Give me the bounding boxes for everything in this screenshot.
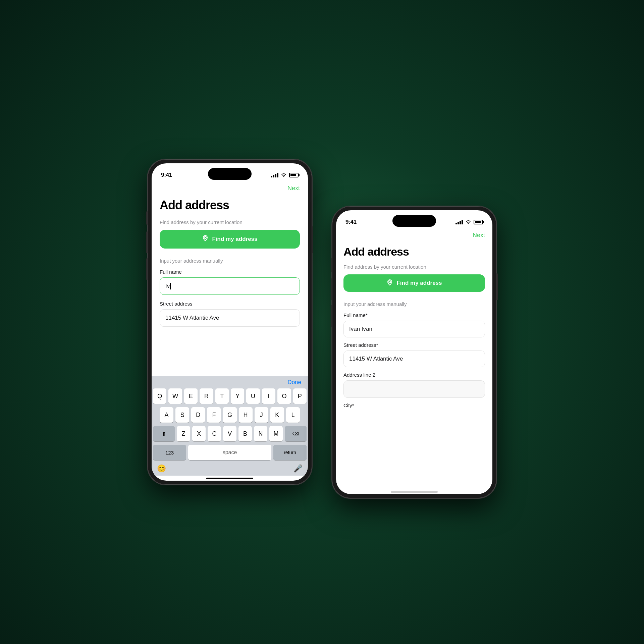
space-key[interactable]: space: [188, 445, 271, 460]
key-y[interactable]: Y: [231, 388, 244, 404]
phone-left: 9:41: [148, 159, 312, 485]
key-x[interactable]: X: [192, 426, 206, 441]
find-address-btn-text-right: Find my address: [396, 280, 442, 286]
key-s[interactable]: S: [175, 407, 189, 423]
key-h[interactable]: H: [239, 407, 253, 423]
key-v[interactable]: V: [223, 426, 236, 441]
home-indicator-left: [206, 478, 253, 479]
key-b[interactable]: B: [238, 426, 252, 441]
street-value-right: 11415 W Atlantic Ave: [349, 356, 403, 362]
volume-down-button-right[interactable]: [331, 278, 332, 300]
power-button-right[interactable]: [496, 273, 498, 300]
keyboard-left: Done Q W E R T Y U I O P A S D: [152, 376, 308, 476]
key-e[interactable]: E: [184, 388, 198, 404]
phone-right: 9:41: [332, 206, 496, 498]
manual-label-left: Input your address manually: [160, 258, 300, 264]
battery-icon-left: [289, 173, 299, 177]
return-key[interactable]: return: [273, 445, 307, 460]
time-left: 9:41: [161, 172, 172, 178]
key-q[interactable]: Q: [153, 388, 166, 404]
keyboard-row-1: Q W E R T Y U I O P: [153, 388, 307, 404]
mic-icon[interactable]: 🎤: [293, 464, 303, 473]
full-name-input-right[interactable]: Ivan Ivan: [343, 321, 485, 337]
key-n[interactable]: N: [254, 426, 267, 441]
location-icon-right: [386, 279, 393, 287]
key-f[interactable]: F: [207, 407, 221, 423]
mute-button[interactable]: [146, 258, 148, 280]
status-icons-left: [271, 172, 299, 178]
cursor-left: [170, 283, 171, 289]
find-address-button-left[interactable]: Find my address: [160, 230, 300, 249]
signal-icon-right: [455, 220, 463, 224]
full-name-label-left: Full name: [160, 269, 300, 275]
street-label-left: Street address: [160, 301, 300, 307]
time-right: 9:41: [345, 219, 357, 225]
key-i[interactable]: I: [262, 388, 275, 404]
find-address-button-right[interactable]: Find my address: [343, 274, 485, 292]
keyboard-row-2: A S D F G H J K L: [153, 407, 307, 423]
city-label-right: City*: [343, 402, 485, 408]
backspace-key[interactable]: ⌫: [285, 426, 307, 441]
app-content-right: Next Add address Find address by your cu…: [336, 229, 492, 489]
location-section-label-left: Find address by your current location: [160, 219, 300, 225]
shift-key[interactable]: ⬆: [153, 426, 175, 441]
phone-right-screen: 9:41: [336, 210, 492, 494]
keyboard-top-bar: Done: [153, 379, 307, 388]
key-p[interactable]: P: [293, 388, 307, 404]
key-t[interactable]: T: [215, 388, 229, 404]
dynamic-island-right: [392, 215, 436, 227]
phone-left-screen: 9:41: [152, 163, 308, 481]
full-name-value-right: Ivan Ivan: [349, 326, 372, 332]
key-z[interactable]: Z: [177, 426, 190, 441]
key-l[interactable]: L: [286, 407, 300, 423]
app-content-left: Next Add address Find address by your cu…: [152, 182, 308, 376]
nav-bar-left: Next: [160, 185, 300, 192]
key-o[interactable]: O: [277, 388, 291, 404]
power-button[interactable]: [312, 226, 313, 253]
key-m[interactable]: M: [269, 426, 283, 441]
key-k[interactable]: K: [270, 407, 284, 423]
full-name-label-right: Full name*: [343, 312, 485, 318]
done-button[interactable]: Done: [287, 379, 301, 386]
svg-point-0: [204, 236, 206, 238]
keyboard-row-3: ⬆ Z X C V B N M ⌫: [153, 426, 307, 441]
key-g[interactable]: G: [223, 407, 236, 423]
numbers-key[interactable]: 123: [153, 445, 186, 460]
home-indicator-right: [391, 491, 438, 493]
street-label-right: Street address*: [343, 342, 485, 348]
location-icon-left: [202, 235, 209, 243]
wifi-icon-left: [281, 172, 287, 178]
mute-button-right[interactable]: [331, 305, 332, 327]
nav-bar-right: Next: [343, 232, 485, 239]
volume-down-button[interactable]: [146, 231, 148, 253]
signal-icon-left: [271, 173, 278, 177]
key-j[interactable]: J: [255, 407, 268, 423]
key-r[interactable]: R: [200, 388, 213, 404]
key-c[interactable]: C: [208, 426, 221, 441]
page-title-right: Add address: [343, 246, 485, 258]
keyboard-toolbar: 😊 🎤: [153, 462, 307, 474]
key-a[interactable]: A: [160, 407, 173, 423]
location-section-label-right: Find address by your current location: [343, 264, 485, 270]
street-input-left[interactable]: 11415 W Atlantic Ave: [160, 309, 300, 327]
emoji-icon[interactable]: 😊: [157, 464, 166, 473]
dynamic-island-left: [208, 168, 252, 180]
street-input-right[interactable]: 11415 W Atlantic Ave: [343, 351, 485, 367]
manual-label-right: Input your address manually: [343, 301, 485, 307]
full-name-value-left: Iv: [165, 283, 170, 289]
next-button-left[interactable]: Next: [287, 185, 300, 192]
key-w[interactable]: W: [168, 388, 182, 404]
next-button-right[interactable]: Next: [473, 232, 485, 239]
address2-label-right: Address line 2: [343, 372, 485, 378]
key-u[interactable]: U: [246, 388, 260, 404]
battery-icon-right: [474, 220, 483, 224]
address2-input-right[interactable]: [343, 380, 485, 398]
svg-point-1: [389, 281, 391, 283]
wifi-icon-right: [465, 219, 471, 225]
keyboard-bottom-row: 123 space return: [153, 445, 307, 460]
full-name-input-left[interactable]: Iv: [160, 277, 300, 295]
volume-up-button-right[interactable]: [331, 258, 332, 272]
volume-up-button[interactable]: [146, 211, 148, 225]
key-d[interactable]: D: [191, 407, 205, 423]
street-value-left: 11415 W Atlantic Ave: [165, 315, 219, 321]
